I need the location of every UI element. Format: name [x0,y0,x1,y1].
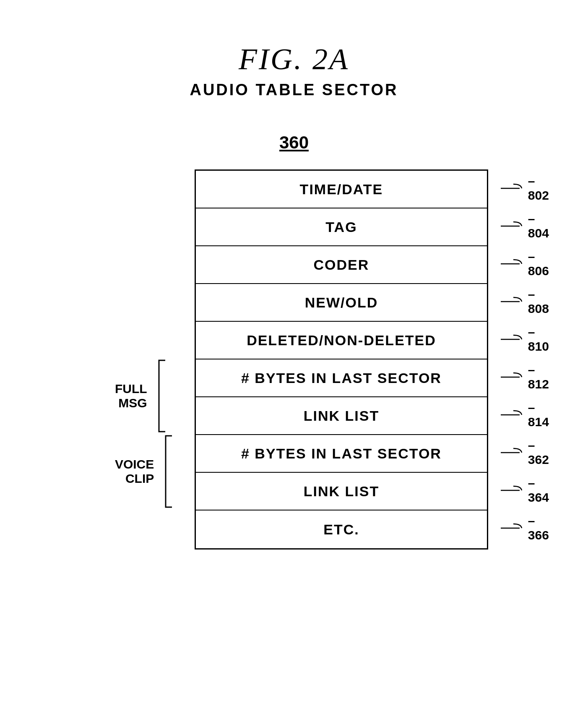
label-text-364: –364 [528,476,554,505]
right-label-366: –366 [501,509,554,547]
fig-title: FIG. 2A [239,42,349,77]
arrow-802 [501,182,525,195]
arrow-366 [501,522,525,534]
label-text-812: –812 [528,363,554,391]
arrow-812 [501,371,525,383]
full-label: FULL [115,382,147,396]
label-text-366: –366 [528,514,554,542]
label-text-802: –802 [528,174,554,203]
arrow-362 [501,446,525,459]
fig-subtitle: AUDIO TABLE SECTOR [190,81,398,99]
table-wrapper: FULL MSG VOICE CLIP [115,169,554,550]
right-label-364: –364 [501,471,554,509]
diagram-area: FULL MSG VOICE CLIP [34,169,554,550]
table-row-row-link-list-1: LINK LIST [196,397,487,435]
label-text-362: –362 [528,438,554,467]
right-label-810: –810 [501,320,554,358]
label-text-804: –804 [528,212,554,240]
table-cell-row-coder: CODER [314,257,369,273]
table-cell-row-time-date: TIME/DATE [300,181,383,198]
table-cell-row-link-list-2: LINK LIST [304,483,379,500]
table-row-row-tag: TAG [196,208,487,246]
voice-clip-bracket-svg [157,434,174,509]
left-bracket-area: FULL MSG VOICE CLIP [115,169,195,547]
right-label-808: –808 [501,283,554,320]
table-cell-row-tag: TAG [325,219,357,235]
arrow-814 [501,409,525,421]
right-label-814: –814 [501,396,554,434]
right-labels: –802–804–806–808–810–812–814–362–364–366 [501,169,554,547]
full-msg-group: FULL MSG [115,358,167,434]
right-label-806: –806 [501,245,554,283]
table-cell-row-bytes-last-2: # BYTES IN LAST SECTOR [241,445,442,462]
table-row-row-bytes-last-1: # BYTES IN LAST SECTOR [196,359,487,397]
msg-label: MSG [118,396,147,410]
clip-label: CLIP [125,471,154,486]
label-text-814: –814 [528,401,554,429]
table-cell-row-deleted: DELETED/NON-DELETED [247,332,436,349]
right-label-362: –362 [501,434,554,471]
table-row-row-bytes-last-2: # BYTES IN LAST SECTOR [196,435,487,473]
table-row-row-etc: ETC. [196,510,487,548]
voice-clip-text: VOICE CLIP [115,457,154,486]
right-label-802: –802 [501,169,554,207]
table-row-row-deleted: DELETED/NON-DELETED [196,322,487,359]
table-row-row-coder: CODER [196,246,487,284]
arrow-806 [501,258,525,270]
table-row-row-new-old: NEW/OLD [196,284,487,322]
table-row-row-time-date: TIME/DATE [196,171,487,208]
right-label-804: –804 [501,207,554,245]
table-cell-row-new-old: NEW/OLD [305,294,378,311]
table-cell-row-bytes-last-1: # BYTES IN LAST SECTOR [241,370,442,386]
voice-clip-group: VOICE CLIP [115,434,174,509]
voice-label: VOICE [115,457,154,471]
table-container: TIME/DATETAGCODERNEW/OLDDELETED/NON-DELE… [195,169,488,550]
left-labels [34,169,102,550]
page-container: FIG. 2A AUDIO TABLE SECTOR 360 FULL MSG [0,17,588,711]
arrow-810 [501,333,525,346]
diagram-label: 360 [279,133,309,153]
table-cell-row-link-list-1: LINK LIST [304,408,379,424]
full-msg-text: FULL MSG [115,382,147,410]
table-cell-row-etc: ETC. [323,521,359,538]
full-msg-bracket-svg [151,358,167,434]
label-text-808: –808 [528,287,554,316]
label-text-810: –810 [528,325,554,354]
arrow-804 [501,220,525,232]
label-text-806: –806 [528,250,554,278]
table-row-row-link-list-2: LINK LIST [196,473,487,510]
arrow-364 [501,484,525,497]
right-label-812: –812 [501,358,554,396]
arrow-808 [501,295,525,308]
